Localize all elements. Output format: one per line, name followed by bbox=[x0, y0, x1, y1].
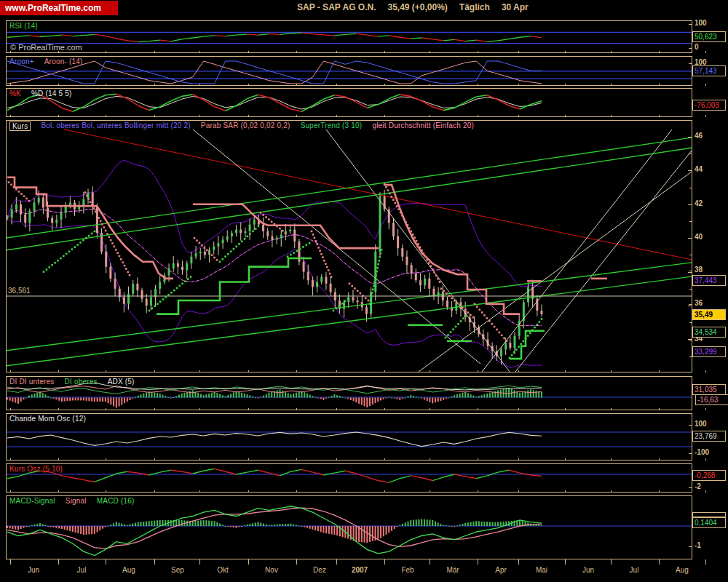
panel-label-row: MACD-SignalSignalMACD (16) bbox=[9, 497, 135, 505]
axis-label: 0 bbox=[695, 43, 699, 51]
time-axis-tick bbox=[478, 559, 478, 565]
month-label: Aug bbox=[666, 566, 698, 574]
month-label: 2007 bbox=[344, 566, 376, 574]
watermark: © ProRealTime.com bbox=[10, 43, 82, 52]
date-label: 30 Apr bbox=[502, 2, 529, 12]
indicator-label: gleit Durchschnitt (Einfach 20) bbox=[372, 121, 474, 131]
axis-value-box: 0,1404 bbox=[692, 517, 726, 528]
panel-label-row: DI DI unteresDI oberesADX (5) bbox=[9, 378, 135, 386]
indicator-label: MACD-Signal bbox=[9, 497, 55, 505]
month-label: Apr bbox=[485, 566, 517, 574]
month-label: Dez bbox=[304, 566, 336, 574]
price-level-label: 36,561 bbox=[8, 287, 31, 295]
axis-value-box: 31,035 bbox=[692, 384, 726, 395]
grid-tick bbox=[705, 51, 706, 53]
axis-value-box: -76,003 bbox=[692, 100, 726, 111]
time-axis-tick bbox=[565, 559, 566, 565]
grid-tick bbox=[705, 490, 706, 493]
panel-aroon[interactable]: Aroon+Aroon- (14) bbox=[6, 56, 692, 86]
grid-tick bbox=[705, 458, 706, 461]
axis-value-box: 57,143 bbox=[692, 65, 726, 76]
axis-value-box: 23,769 bbox=[692, 431, 726, 442]
time-axis-tick bbox=[430, 559, 430, 565]
axis-label: -100 bbox=[695, 448, 709, 456]
month-label: Sep bbox=[162, 566, 194, 574]
indicator-label: ADX (5) bbox=[108, 378, 135, 386]
axis-label: 100 bbox=[695, 19, 707, 27]
time-axis-tick bbox=[154, 559, 155, 565]
time-axis-tick bbox=[10, 559, 11, 565]
panel-label-row: Aroon+Aroon- (14) bbox=[9, 57, 83, 65]
time-axis-tick bbox=[611, 559, 612, 565]
timeframe-label: Täglich bbox=[459, 2, 490, 12]
indicator-label: %K bbox=[9, 89, 21, 97]
indicator-label: Signal bbox=[66, 497, 87, 505]
indicator-label: RSI (14) bbox=[9, 22, 38, 30]
axis-value-box: 37,443 bbox=[692, 275, 726, 286]
time-axis-tick bbox=[705, 559, 706, 565]
time-axis-tick bbox=[384, 559, 385, 565]
panel-stochastic[interactable]: %K%D (14 5 5) bbox=[6, 88, 692, 117]
indicator-label: SuperTrend (3 10) bbox=[301, 121, 363, 131]
indicator-label: Chande Mom Osc (12) bbox=[9, 415, 86, 423]
month-label: Jul bbox=[618, 566, 650, 574]
panel-label-row: RSI (14) bbox=[9, 22, 38, 30]
axis-label: 100 bbox=[695, 420, 707, 428]
grid-tick bbox=[705, 370, 706, 372]
panel-chande-momentum[interactable]: Chande Mom Osc (12) bbox=[6, 413, 692, 461]
grid-tick bbox=[705, 84, 706, 86]
instrument-name: SAP - SAP AG O.N. bbox=[297, 2, 376, 12]
indicator-label: MACD (16) bbox=[97, 497, 135, 505]
chart-application: www.ProRealTime.com SAP - SAP AG O.N. 35… bbox=[0, 0, 728, 582]
month-label: Jul bbox=[66, 566, 98, 574]
time-axis-tick bbox=[336, 559, 337, 565]
month-label: Feb bbox=[392, 566, 424, 574]
axis-label: 38 bbox=[695, 266, 703, 274]
axis-label: -2 bbox=[695, 482, 701, 490]
axis-value-box: -16,63 bbox=[695, 394, 728, 405]
panel-label-row: Kurs Osz (5 10) bbox=[9, 465, 63, 473]
axis-label: 46 bbox=[695, 132, 703, 140]
panel-rsi[interactable]: RSI (14)© ProRealTime.com bbox=[6, 20, 692, 53]
panel-di-adx[interactable]: DI DI unteresDI oberesADX (5) bbox=[6, 376, 692, 410]
prorealtime-brand-link[interactable]: www.ProRealTime.com bbox=[0, 1, 118, 15]
month-label: Nov bbox=[256, 566, 288, 574]
panel-label-row: %K%D (14 5 5) bbox=[9, 89, 72, 97]
indicator-label: DI DI unteres bbox=[9, 378, 55, 386]
axis-value-box: 50,623 bbox=[692, 31, 726, 42]
axis-value-box: 35,49 bbox=[692, 309, 726, 320]
time-axis-tick bbox=[199, 559, 200, 565]
month-label: Jun bbox=[17, 566, 50, 574]
grid-tick bbox=[705, 408, 706, 410]
axis-label: 100 bbox=[695, 58, 707, 66]
indicator-label: Aroon+ bbox=[9, 57, 34, 65]
axis-label: 42 bbox=[695, 199, 703, 207]
panel-price-chart[interactable]: KursBol. oberes Bol. unteres Bollinger m… bbox=[6, 120, 692, 372]
indicator-label: Kurs bbox=[9, 121, 31, 131]
axis-label: -1 bbox=[695, 541, 701, 549]
axis-value-box: 34,534 bbox=[692, 327, 726, 338]
header-bar: www.ProRealTime.com SAP - SAP AG O.N. 35… bbox=[0, 0, 728, 17]
indicator-label: Bol. oberes Bol. unteres Bollinger mitt … bbox=[41, 121, 190, 131]
month-label: Mai bbox=[526, 566, 558, 574]
month-label: Aug bbox=[113, 566, 145, 574]
panel-price-oscillator[interactable]: Kurs Osz (5 10) bbox=[6, 463, 692, 493]
axis-value-box: -0,268 bbox=[692, 470, 726, 481]
time-axis-tick bbox=[659, 559, 660, 565]
axis-label: 40 bbox=[695, 233, 703, 241]
axis-value-box: 33,299 bbox=[692, 346, 726, 357]
time-axis-tick bbox=[518, 559, 519, 565]
time-axis-tick bbox=[248, 559, 249, 565]
panel-label-row: Chande Mom Osc (12) bbox=[9, 415, 86, 423]
grid-tick bbox=[705, 115, 706, 117]
panel-macd[interactable]: MACD-SignalSignalMACD (16) bbox=[6, 495, 692, 559]
time-axis-tick bbox=[106, 559, 106, 565]
indicator-label: %D (14 5 5) bbox=[31, 89, 72, 97]
instrument-price: 35,49 (+0,00%) bbox=[387, 2, 447, 12]
month-label: Jun bbox=[572, 566, 604, 574]
indicator-label: Aroon- (14) bbox=[44, 57, 83, 65]
month-label: Okt bbox=[207, 566, 239, 574]
month-label: Mär bbox=[437, 566, 469, 574]
panel-label-row: KursBol. oberes Bol. unteres Bollinger m… bbox=[9, 121, 474, 131]
axis-label: 34 bbox=[695, 335, 703, 343]
